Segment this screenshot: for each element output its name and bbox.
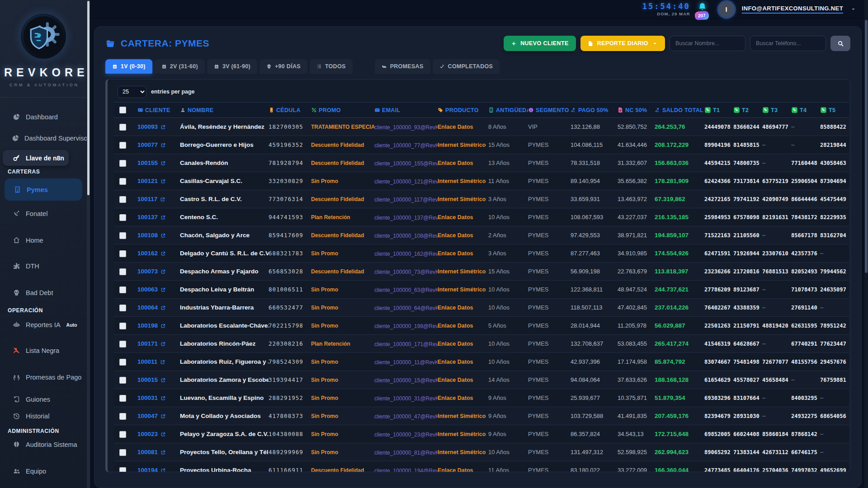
client-id-link[interactable]: 100031 <box>137 394 177 401</box>
tab-2v-31-60[interactable]: 2V (31-60) <box>155 59 205 74</box>
client-email-link[interactable]: cliente_100000_11@RevKore... <box>374 359 438 366</box>
client-email-link[interactable]: cliente_100000_121@RevKor... <box>374 178 438 185</box>
column-header-t1[interactable]: T1 <box>704 103 733 118</box>
column-header-nc-50[interactable]: NC 50% <box>618 103 655 118</box>
tab-1v-0-30[interactable]: 1V (0-30) <box>105 59 152 74</box>
client-id-link[interactable]: 100081 <box>137 449 177 455</box>
tab-completados[interactable]: COMPLETADOS <box>433 59 500 74</box>
row-checkbox[interactable] <box>119 268 126 275</box>
column-header-nombre[interactable]: NOMBRE <box>180 103 269 118</box>
row-checkbox[interactable] <box>119 323 126 329</box>
tab-todos[interactable]: TODOS <box>310 59 353 74</box>
new-client-button[interactable]: NUEVO CLIENTE <box>504 36 576 51</box>
sidebar-item-dashboard[interactable]: Dashboard <box>0 110 87 123</box>
client-id-link[interactable]: 100155 <box>137 160 177 166</box>
column-header-antiguedad[interactable]: ANTIGÜEDAD <box>488 103 528 118</box>
sidebar-scrollbar[interactable] <box>87 0 90 488</box>
row-checkbox[interactable] <box>119 232 126 239</box>
client-id-link[interactable]: 100121 <box>137 178 177 184</box>
client-email-link[interactable]: cliente_100000_155@RevKor... <box>374 160 438 167</box>
client-id-link[interactable]: 100162 <box>137 250 177 257</box>
sidebar-item-llave-de-n8n[interactable]: Llave de n8n <box>3 150 69 166</box>
sidebar-item-lista-negra[interactable]: Lista Negra <box>0 344 87 357</box>
search-button[interactable] <box>830 36 850 51</box>
client-id-link[interactable]: 100117 <box>137 196 177 202</box>
client-email-link[interactable]: cliente_100000_64@RevKore... <box>374 305 438 311</box>
client-id-link[interactable]: 100077 <box>137 141 177 148</box>
sidebar-item-fonatel[interactable]: Fonatel <box>0 207 87 220</box>
client-id-link[interactable]: 100137 <box>137 214 177 221</box>
notifications-button[interactable]: 207 <box>698 2 711 17</box>
row-checkbox[interactable] <box>119 341 126 347</box>
sidebar-item-promesas-de-pago[interactable]: Promesas de Pago <box>0 371 87 384</box>
client-id-link[interactable]: 100194 <box>137 467 177 472</box>
row-checkbox[interactable] <box>119 142 126 149</box>
column-header-t4[interactable]: T4 <box>791 103 820 118</box>
sidebar-item-bad-debt[interactable]: Bad Debt <box>0 286 87 299</box>
sidebar-item-auditoria-sistema[interactable]: Auditoria Sistema <box>0 438 87 451</box>
avatar[interactable]: I <box>718 1 735 18</box>
select-all-checkbox[interactable] <box>119 107 126 113</box>
client-email-link[interactable]: cliente_100000_171@RevKor... <box>374 341 438 347</box>
column-header-t2[interactable]: T2 <box>733 103 762 118</box>
column-header-t5[interactable]: T5 <box>820 103 849 118</box>
row-checkbox[interactable] <box>119 413 126 420</box>
row-checkbox[interactable] <box>119 467 126 472</box>
client-email-link[interactable]: cliente_100000_77@RevKore... <box>374 142 438 149</box>
daily-report-button[interactable]: REPORTE DIARIO <box>580 36 665 51</box>
client-email-link[interactable]: cliente_100000_108@RevKor... <box>374 233 438 239</box>
client-id-link[interactable]: 100063 <box>137 286 177 293</box>
client-id-link[interactable]: 100108 <box>137 232 177 239</box>
row-checkbox[interactable] <box>119 286 126 293</box>
client-email-link[interactable]: cliente_100000_81@RevKore... <box>374 450 438 456</box>
sidebar-item-historial[interactable]: Historial <box>0 409 87 422</box>
client-email-link[interactable]: cliente_100000_198@RevKor... <box>374 323 438 329</box>
client-email-link[interactable]: cliente_100000_23@RevKore... <box>374 432 438 438</box>
column-header-producto[interactable]: PRODUCTO <box>438 103 488 118</box>
client-email-link[interactable]: cliente_100000_15@RevKore... <box>374 377 438 384</box>
column-header-promo[interactable]: PROMO <box>311 103 374 118</box>
client-email-link[interactable]: cliente_100000_47@RevKore... <box>374 413 438 420</box>
row-checkbox[interactable] <box>119 178 126 185</box>
client-email-link[interactable]: cliente_100000_137@RevKor... <box>374 215 438 221</box>
sidebar-item-dashboard-supervisor[interactable]: Dashboard Supervisor <box>0 131 87 145</box>
row-checkbox[interactable] <box>119 305 126 311</box>
client-email-link[interactable]: cliente_100000_194@RevKor... <box>374 468 438 473</box>
row-checkbox[interactable] <box>119 124 126 131</box>
column-header-cedula[interactable]: CÉDULA <box>269 103 311 118</box>
client-id-link[interactable]: 100023 <box>137 431 177 437</box>
row-checkbox[interactable] <box>119 250 126 257</box>
row-checkbox[interactable] <box>119 431 126 438</box>
client-id-link[interactable]: 100093 <box>137 123 177 130</box>
client-id-link[interactable]: 100011 <box>137 358 177 365</box>
tab-90-dias[interactable]: +90 DÍAS <box>259 59 307 74</box>
row-checkbox[interactable] <box>119 449 126 456</box>
row-checkbox[interactable] <box>119 214 126 221</box>
column-header-segmento[interactable]: SEGMENTO <box>528 103 571 118</box>
sidebar-item-pymes[interactable]: Pymes <box>5 178 82 201</box>
client-email-link[interactable]: cliente_100000_162@RevKor... <box>374 251 438 257</box>
column-header-cliente[interactable]: CLIENTE <box>137 103 180 118</box>
column-header-t3[interactable]: T3 <box>762 103 791 118</box>
client-id-link[interactable]: 100073 <box>137 268 177 275</box>
client-id-link[interactable]: 100047 <box>137 413 177 419</box>
sidebar-item-guiones[interactable]: Guiones <box>0 393 87 406</box>
client-email-link[interactable]: cliente_100000_117@RevKor... <box>374 197 438 203</box>
sidebar-item-equipo[interactable]: Equipo <box>0 465 87 478</box>
search-name-input[interactable] <box>670 36 745 51</box>
sidebar-item-reportes-ia[interactable]: Reportes IAAuto <box>0 318 87 331</box>
client-email-link[interactable]: cliente_100000_73@RevKore... <box>374 269 438 275</box>
client-id-link[interactable]: 100171 <box>137 340 177 347</box>
sidebar-item-dth[interactable]: DTH <box>0 259 87 272</box>
client-email-link[interactable]: cliente_100000_31@RevKore... <box>374 395 438 402</box>
tab-3v-61-90[interactable]: 3V (61-90) <box>207 59 257 74</box>
client-email-link[interactable]: cliente_100000_63@RevKore... <box>374 287 438 293</box>
column-header-email[interactable]: EMAIL <box>374 103 438 118</box>
row-checkbox[interactable] <box>119 160 126 167</box>
row-checkbox[interactable] <box>119 196 126 203</box>
column-header-pago-50[interactable]: PAGO 50% <box>571 103 618 118</box>
client-id-link[interactable]: 100064 <box>137 304 177 311</box>
page-size-select[interactable]: 25 <box>118 86 146 98</box>
row-checkbox[interactable] <box>119 377 126 384</box>
column-header-saldo-total[interactable]: SALDO TOTAL <box>655 103 704 118</box>
